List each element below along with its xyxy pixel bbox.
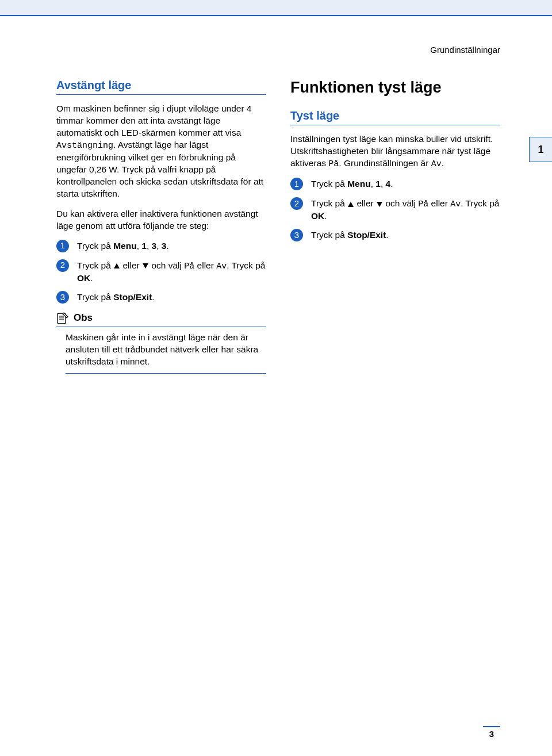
- step-text: Tryck på Stop/Exit.: [77, 291, 266, 304]
- step-number-badge: 1: [290, 178, 303, 190]
- step-item: 2 Tryck på eller och välj På eller Av. T…: [56, 260, 266, 285]
- triangle-down-icon: [143, 263, 148, 268]
- step-text: Tryck på Stop/Exit.: [311, 229, 500, 242]
- note-heading: Obs: [56, 311, 266, 327]
- paragraph: Du kan aktivera eller inaktivera funktio…: [56, 208, 266, 232]
- paragraph: Om maskinen befinner sig i djupt viloläg…: [56, 103, 266, 200]
- step-number-badge: 3: [290, 229, 303, 241]
- step-item: 1 Tryck på Menu, 1, 3, 3.: [56, 240, 266, 253]
- chapter-tab-number: 1: [538, 144, 543, 156]
- step-number-badge: 3: [56, 291, 69, 304]
- step-text: Tryck på eller och välj På eller Av. Try…: [77, 260, 266, 285]
- step-number-badge: 1: [56, 240, 69, 252]
- step-text: Tryck på Menu, 1, 4.: [311, 178, 500, 191]
- right-column: Funktionen tyst läge Tyst läge Inställni…: [290, 79, 500, 374]
- content-area: Avstängt läge Om maskinen befinner sig i…: [0, 79, 552, 374]
- step-number-badge: 2: [56, 259, 69, 272]
- chapter-tab: 1: [529, 137, 552, 162]
- main-heading-quiet-mode: Funktionen tyst läge: [290, 79, 500, 97]
- step-text: Tryck på Menu, 1, 3, 3.: [77, 240, 266, 253]
- step-text: Tryck på eller och välj På eller Av. Try…: [311, 198, 500, 222]
- left-column: Avstängt läge Om maskinen befinner sig i…: [56, 79, 266, 374]
- note-title: Obs: [74, 312, 93, 324]
- note-icon: [56, 311, 69, 325]
- running-header: Grundinställningar: [0, 45, 552, 55]
- step-item: 2 Tryck på eller och välj På eller Av. T…: [290, 198, 500, 222]
- section-heading-off-mode: Avstängt läge: [56, 79, 266, 95]
- step-item: 3 Tryck på Stop/Exit.: [290, 229, 500, 242]
- section-heading-quiet-mode: Tyst läge: [290, 109, 500, 125]
- triangle-up-icon: [348, 202, 354, 207]
- paragraph: Inställningen tyst läge kan minska bulle…: [290, 133, 500, 170]
- step-list: 1 Tryck på Menu, 1, 4. 2 Tryck på eller …: [290, 178, 500, 242]
- triangle-down-icon: [377, 202, 382, 207]
- step-item: 1 Tryck på Menu, 1, 4.: [290, 178, 500, 191]
- step-number-badge: 2: [290, 197, 303, 210]
- step-item: 3 Tryck på Stop/Exit.: [56, 291, 266, 304]
- page-number: 3: [483, 726, 500, 739]
- note-body: Maskinen går inte in i avstängt läge när…: [66, 332, 266, 374]
- top-band: [0, 0, 552, 16]
- triangle-up-icon: [114, 263, 120, 268]
- step-list: 1 Tryck på Menu, 1, 3, 3. 2 Tryck på ell…: [56, 240, 266, 304]
